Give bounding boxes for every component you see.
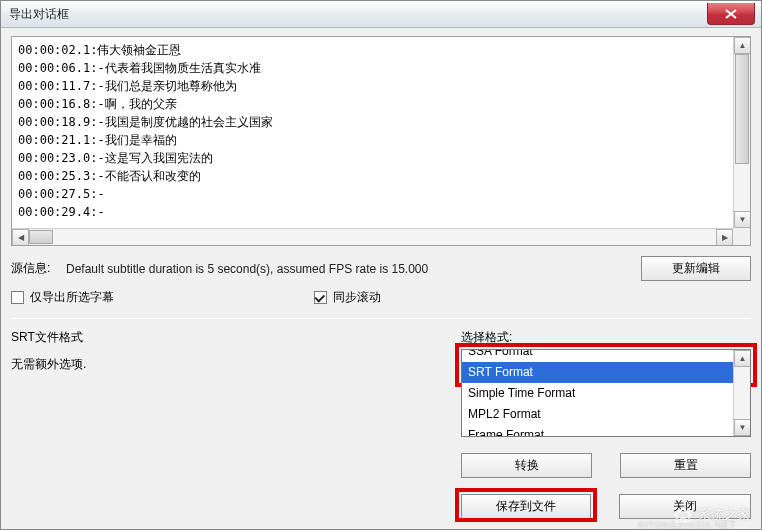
checkbox-row: 仅导出所选字幕 同步滚动 bbox=[11, 289, 751, 306]
format-title: SRT文件格式 bbox=[11, 329, 451, 346]
subtitle-preview: 00:00:02.1:伟大领袖金正恩 00:00:06.1:-代表着我国物质生活… bbox=[11, 36, 751, 246]
export-dialog: 导出对话框 00:00:02.1:伟大领袖金正恩 00:00:06.1:-代表着… bbox=[0, 0, 762, 530]
source-info-text: Default subtitle duration is 5 second(s)… bbox=[66, 262, 633, 276]
list-item[interactable]: Simple Time Format bbox=[462, 383, 733, 404]
list-item[interactable]: SRT Format bbox=[462, 362, 733, 383]
watermark-sub: XITONGZHIJIA.NET bbox=[638, 520, 736, 530]
window-title: 导出对话框 bbox=[9, 6, 69, 23]
scroll-up-icon[interactable]: ▲ bbox=[734, 350, 751, 367]
titlebar-buttons bbox=[707, 3, 761, 25]
sync-scroll-checkbox[interactable]: 同步滚动 bbox=[314, 289, 381, 306]
close-icon bbox=[725, 9, 737, 19]
format-note: 无需额外选项. bbox=[11, 356, 451, 373]
subtitle-text[interactable]: 00:00:02.1:伟大领袖金正恩 00:00:06.1:-代表着我国物质生活… bbox=[12, 37, 733, 228]
list-item[interactable]: MPL2 Format bbox=[462, 404, 733, 425]
reset-button[interactable]: 重置 bbox=[620, 453, 751, 478]
titlebar: 导出对话框 bbox=[1, 1, 761, 28]
convert-button[interactable]: 转换 bbox=[461, 453, 592, 478]
checkbox-checked-icon bbox=[314, 291, 327, 304]
export-selected-label: 仅导出所选字幕 bbox=[30, 289, 114, 306]
format-selector-panel: 选择格式: SSA FormatSRT FormatSimple Time Fo… bbox=[461, 329, 751, 519]
scroll-down-icon[interactable]: ▼ bbox=[734, 419, 751, 436]
scroll-down-icon[interactable]: ▼ bbox=[734, 211, 751, 228]
format-info: SRT文件格式 无需额外选项. bbox=[11, 329, 451, 519]
select-format-label: 选择格式: bbox=[461, 329, 751, 346]
save-to-file-button[interactable]: 保存到文件 bbox=[461, 494, 591, 519]
update-edit-button[interactable]: 更新编辑 bbox=[641, 256, 751, 281]
sync-scroll-label: 同步滚动 bbox=[333, 289, 381, 306]
vertical-scrollbar[interactable]: ▲ ▼ bbox=[733, 37, 750, 228]
format-listbox-wrap: SSA FormatSRT FormatSimple Time FormatMP… bbox=[461, 349, 751, 437]
source-label: 源信息: bbox=[11, 260, 66, 277]
scroll-right-icon[interactable]: ▶ bbox=[716, 229, 733, 246]
convert-row: 转换 重置 bbox=[461, 453, 751, 478]
watermark: 系统之家 XITONGZHIJIA.NET bbox=[672, 506, 750, 524]
list-item[interactable]: SSA Format bbox=[462, 349, 733, 362]
divider bbox=[11, 318, 751, 319]
scroll-up-icon[interactable]: ▲ bbox=[734, 37, 751, 54]
dialog-content: 00:00:02.1:伟大领袖金正恩 00:00:06.1:-代表着我国物质生活… bbox=[1, 28, 761, 529]
horizontal-scrollbar[interactable]: ◀ ▶ bbox=[12, 228, 733, 245]
scroll-corner bbox=[733, 228, 750, 245]
checkbox-icon bbox=[11, 291, 24, 304]
scroll-thumb[interactable] bbox=[29, 230, 53, 244]
lower-panel: SRT文件格式 无需额外选项. 选择格式: SSA FormatSRT Form… bbox=[11, 329, 751, 519]
listbox-scrollbar[interactable]: ▲ ▼ bbox=[733, 350, 750, 436]
scroll-left-icon[interactable]: ◀ bbox=[12, 229, 29, 246]
close-window-button[interactable] bbox=[707, 3, 755, 25]
export-selected-checkbox[interactable]: 仅导出所选字幕 bbox=[11, 289, 114, 306]
list-item[interactable]: Frame Format bbox=[462, 425, 733, 437]
source-row: 源信息: Default subtitle duration is 5 seco… bbox=[11, 256, 751, 281]
format-listbox[interactable]: SSA FormatSRT FormatSimple Time FormatMP… bbox=[461, 349, 751, 437]
scroll-thumb[interactable] bbox=[735, 54, 749, 164]
